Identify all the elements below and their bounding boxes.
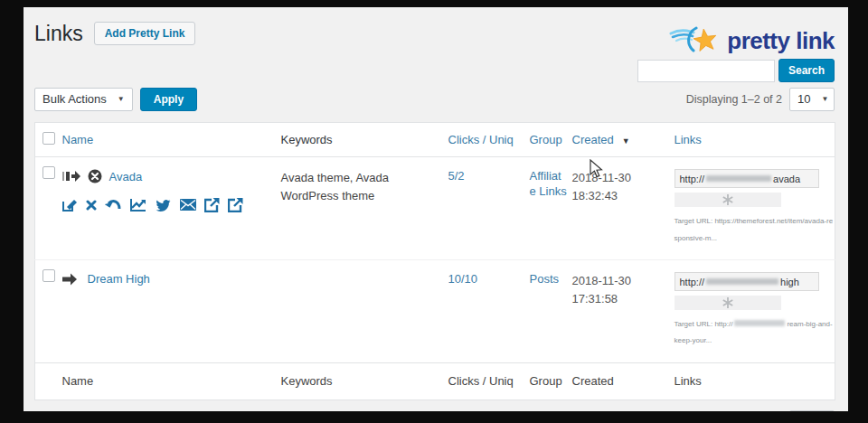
target-url-text: Target URL: https://themeforest.net/item…: [675, 213, 834, 247]
links-table: Name Keywords Clicks / Uniq Group Create…: [34, 122, 835, 400]
clicks-link[interactable]: 10/10: [448, 272, 478, 286]
per-page-value: 10: [797, 92, 810, 106]
group-link[interactable]: Affiliate Links: [530, 169, 568, 199]
pretty-link-url-field[interactable]: http://avada: [675, 169, 819, 188]
column-header-clicks[interactable]: Clicks / Uniq: [448, 133, 514, 146]
asterisk-icon: [722, 194, 733, 205]
group-link[interactable]: Posts: [530, 272, 560, 286]
arrow-right-icon: [62, 273, 80, 286]
link-name[interactable]: Dream High: [88, 272, 150, 286]
column-header-links[interactable]: Links: [675, 133, 702, 146]
redacted-url-segment: [706, 278, 778, 285]
created-timestamp: 2018-11-30 17:31:58: [572, 272, 675, 307]
redacted-url-segment: [706, 175, 771, 182]
created-timestamp: 2018-11-30 18:32:43: [572, 169, 675, 204]
redacted-url-segment: [734, 320, 785, 326]
per-page-select[interactable]: 10 ▼: [789, 88, 835, 111]
chevron-down-icon: ▼: [118, 95, 125, 103]
twitter-icon[interactable]: [155, 198, 172, 212]
bottom-pagination: Displaying 1–2 of 2 10 ▼: [34, 410, 835, 411]
screenshot-frame: Links Add Pretty Link pretty link Search…: [0, 0, 868, 423]
table-row: Avada: [35, 157, 835, 260]
apply-button[interactable]: Apply: [140, 88, 197, 111]
search-bar: Search: [34, 59, 835, 82]
copy-link-control[interactable]: [675, 193, 781, 207]
star-swoosh-icon: [669, 23, 722, 59]
pretty-link-logo: pretty link: [669, 23, 835, 59]
column-header-created[interactable]: Created: [572, 133, 614, 146]
target-url-text: Target URL: http://ream-big-and-keep-you…: [675, 316, 834, 350]
select-all-checkbox[interactable]: [42, 132, 55, 145]
table-row: Dream High 10/10 Posts 2018-11-30 17:31:…: [35, 260, 835, 363]
column-header-name[interactable]: Name: [62, 133, 94, 146]
open-target-icon[interactable]: [228, 197, 243, 212]
column-header-group[interactable]: Group: [530, 133, 568, 147]
stats-chart-icon[interactable]: [129, 198, 146, 212]
search-button[interactable]: Search: [778, 59, 835, 82]
footer-column-created: Created: [572, 374, 614, 388]
asterisk-icon: [722, 297, 733, 308]
page-title: Links: [34, 22, 83, 46]
table-header-row: Name Keywords Clicks / Uniq Group Create…: [35, 123, 835, 157]
footer-column-name: Name: [62, 374, 94, 388]
brand-wordmark: pretty link: [727, 27, 835, 55]
footer-column-clicks: Clicks / Uniq: [448, 374, 514, 388]
copy-link-control[interactable]: [675, 296, 781, 310]
footer-column-keywords: Keywords: [281, 374, 333, 388]
row-checkbox[interactable]: [42, 269, 55, 282]
sort-descending-icon: ▼: [622, 136, 630, 146]
displaying-count: Displaying 1–2 of 2: [686, 93, 782, 106]
reset-undo-icon[interactable]: [105, 198, 121, 212]
edit-icon[interactable]: [62, 198, 78, 212]
tracking-bars-arrow-icon: [62, 170, 80, 183]
keywords-text: Avada theme, Avada WordPress theme: [281, 169, 448, 205]
add-pretty-link-button[interactable]: Add Pretty Link: [94, 22, 196, 45]
pretty-link-url-field[interactable]: http://high: [675, 272, 819, 291]
admin-page: Links Add Pretty Link pretty link Search…: [24, 7, 848, 411]
bulk-actions-label: Bulk Actions: [42, 92, 107, 106]
column-header-keywords: Keywords: [281, 133, 333, 146]
clicks-link[interactable]: 5/2: [448, 169, 465, 183]
row-checkbox[interactable]: [42, 166, 55, 179]
email-icon[interactable]: [180, 199, 196, 211]
circle-x-icon: [88, 169, 102, 183]
bulk-actions-select[interactable]: Bulk Actions ▼: [34, 88, 133, 111]
footer-column-group: Group: [530, 374, 568, 389]
delete-x-icon[interactable]: [86, 200, 97, 211]
link-name[interactable]: Avada: [109, 170, 143, 183]
table-footer-row: Name Keywords Clicks / Uniq Group Create…: [35, 362, 835, 400]
open-link-icon[interactable]: [204, 197, 220, 212]
per-page-select[interactable]: 10 ▼: [789, 410, 835, 411]
footer-column-links: Links: [675, 374, 702, 388]
search-input[interactable]: [637, 60, 775, 82]
chevron-down-icon: ▼: [821, 95, 828, 103]
